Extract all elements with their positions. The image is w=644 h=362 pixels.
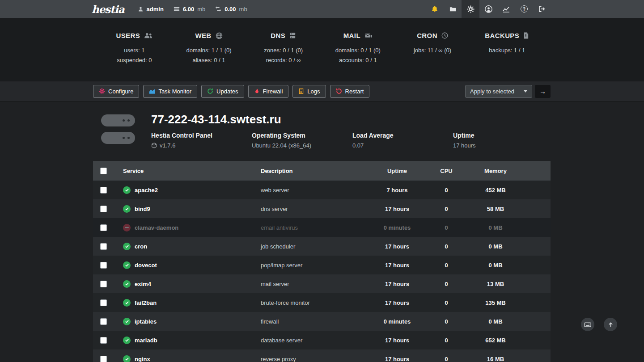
stat-mail-link[interactable]: MAIL bbox=[343, 32, 373, 39]
logout-icon[interactable] bbox=[533, 0, 551, 18]
clock-icon bbox=[441, 32, 448, 39]
service-name-link[interactable]: dovecot bbox=[135, 262, 157, 269]
table-row-fail2ban[interactable]: fail2ban brute-force monitor 17 hours 0 … bbox=[93, 293, 551, 312]
restart-button[interactable]: Restart bbox=[330, 85, 370, 98]
header-service: Service bbox=[123, 168, 261, 174]
service-name-link[interactable]: bind9 bbox=[135, 206, 150, 212]
stat-dns: DNS zones: 0 / 1 (0) records: 0 / ∞ bbox=[246, 32, 321, 81]
table-row-iptables[interactable]: iptables firewall 0 minutes 0 0 MB bbox=[93, 312, 551, 331]
scroll-to-top-button[interactable] bbox=[604, 318, 617, 331]
hestia-logo[interactable]: hestia bbox=[92, 3, 124, 15]
table-row-clamav-daemon[interactable]: clamav-daemon email antivirus 0 minutes … bbox=[93, 218, 551, 237]
service-name-link[interactable]: clamav-daemon bbox=[135, 224, 178, 231]
table-row-nginx[interactable]: nginx reverse proxy 17 hours 0 16 MB bbox=[93, 349, 551, 362]
table-row-cron[interactable]: cron job scheduler 17 hours 0 0 MB bbox=[93, 237, 551, 256]
chevron-down-icon bbox=[524, 90, 527, 93]
service-name-link[interactable]: apache2 bbox=[135, 187, 158, 194]
service-name-link[interactable]: iptables bbox=[135, 318, 157, 325]
panel-version: v1.7.6 bbox=[160, 142, 175, 149]
service-memory: 58 MB bbox=[462, 206, 529, 212]
service-name-link[interactable]: fail2ban bbox=[135, 299, 157, 306]
service-uptime: 0 minutes bbox=[364, 318, 431, 325]
row-checkbox[interactable] bbox=[100, 356, 107, 362]
service-name-link[interactable]: cron bbox=[135, 243, 147, 250]
service-name-link[interactable]: mariadb bbox=[135, 337, 157, 344]
table-row-apache2[interactable]: apache2 web server 7 hours 0 452 MB bbox=[93, 181, 551, 199]
stat-cron: CRON jobs: 11 / ∞ (0) bbox=[395, 32, 470, 81]
uptime-info: Uptime 17 hours bbox=[453, 132, 554, 149]
service-name-link[interactable]: nginx bbox=[135, 356, 150, 362]
row-checkbox[interactable] bbox=[100, 299, 107, 306]
apply-go-button[interactable]: → bbox=[535, 85, 551, 98]
topbar-disk-usage[interactable]: 6.00 mb bbox=[174, 6, 205, 13]
header-memory: Memory bbox=[462, 168, 529, 174]
stat-users: USERS users: 1 suspended: 0 bbox=[97, 32, 172, 81]
stat-backups-link[interactable]: BACKUPS bbox=[485, 32, 529, 39]
row-checkbox[interactable] bbox=[100, 243, 107, 250]
stat-users-link[interactable]: USERS bbox=[116, 32, 153, 39]
profile-user-circle-icon[interactable] bbox=[479, 0, 497, 18]
stat-users-values: users: 1 suspended: 0 bbox=[97, 46, 172, 65]
row-checkbox[interactable] bbox=[100, 187, 107, 194]
globe-icon bbox=[216, 32, 223, 39]
service-memory: 0 MB bbox=[462, 224, 529, 231]
apply-actions: Apply to selected → bbox=[465, 85, 551, 98]
row-checkbox[interactable] bbox=[100, 281, 107, 287]
service-description: mail server bbox=[261, 281, 364, 287]
firewall-button[interactable]: Firewall bbox=[248, 85, 289, 98]
topbar-user[interactable]: admin bbox=[138, 6, 164, 13]
table-row-bind9[interactable]: bind9 dns server 17 hours 0 58 MB bbox=[93, 199, 551, 218]
stat-web-link[interactable]: WEB bbox=[195, 32, 222, 39]
service-name-link[interactable]: exim4 bbox=[135, 281, 151, 287]
service-uptime: 7 hours bbox=[364, 187, 431, 194]
service-cpu: 0 bbox=[431, 318, 462, 325]
row-checkbox[interactable] bbox=[100, 318, 107, 325]
row-checkbox[interactable] bbox=[100, 262, 107, 269]
service-memory: 135 MB bbox=[462, 299, 529, 306]
table-header: Service Description Uptime CPU Memory bbox=[93, 161, 551, 181]
service-description: reverse proxy bbox=[261, 356, 364, 362]
stat-mail-values: domains: 0 / 1 (0) accounts: 0 / 1 bbox=[321, 46, 395, 65]
keyboard-shortcuts-button[interactable] bbox=[581, 318, 594, 331]
bandwidth-unit: mb bbox=[239, 6, 247, 13]
server-settings-gear-icon[interactable] bbox=[462, 0, 479, 18]
configure-button[interactable]: Configure bbox=[93, 85, 139, 98]
service-uptime: 17 hours bbox=[364, 299, 431, 306]
table-row-exim4[interactable]: exim4 mail server 17 hours 0 13 MB bbox=[93, 274, 551, 293]
running-status-icon bbox=[123, 205, 131, 213]
disk-icon bbox=[174, 6, 180, 12]
service-memory: 16 MB bbox=[462, 356, 529, 362]
service-uptime: 17 hours bbox=[364, 337, 431, 344]
apply-to-selected-dropdown[interactable]: Apply to selected bbox=[465, 85, 532, 98]
file-manager-folder-icon[interactable] bbox=[444, 0, 462, 18]
server-summary: 77-222-43-114.swtest.ru Hestia Control P… bbox=[0, 101, 644, 149]
table-row-mariadb[interactable]: mariadb database server 17 hours 0 652 M… bbox=[93, 331, 551, 349]
logs-button[interactable]: Logs bbox=[292, 85, 326, 98]
help-icon[interactable]: ? bbox=[515, 0, 533, 18]
service-memory: 13 MB bbox=[462, 281, 529, 287]
question-mark: ? bbox=[521, 5, 528, 13]
row-checkbox[interactable] bbox=[100, 337, 107, 344]
statistics-chart-icon[interactable] bbox=[497, 0, 515, 18]
notifications-bell-icon[interactable] bbox=[426, 0, 444, 18]
services-table: Service Description Uptime CPU Memory ap… bbox=[93, 161, 551, 362]
arrow-right-icon: → bbox=[539, 88, 546, 95]
service-uptime: 17 hours bbox=[364, 206, 431, 212]
topbar-bandwidth[interactable]: 0.00 mb bbox=[215, 6, 247, 13]
select-all-checkbox[interactable] bbox=[100, 168, 107, 174]
task-monitor-button[interactable]: Task Monitor bbox=[143, 85, 197, 98]
stat-dns-link[interactable]: DNS bbox=[271, 32, 296, 39]
service-description: pop/imap server bbox=[261, 262, 364, 269]
service-memory: 0 MB bbox=[462, 243, 529, 250]
stat-cron-link[interactable]: CRON bbox=[417, 32, 448, 39]
task-monitor-chart-icon bbox=[149, 88, 155, 94]
os-info: Operating System Ubuntu 22.04 (x86_64) bbox=[252, 132, 352, 149]
row-checkbox[interactable] bbox=[100, 224, 107, 231]
service-uptime: 17 hours bbox=[364, 356, 431, 362]
row-checkbox[interactable] bbox=[100, 206, 107, 212]
dns-server-icon bbox=[289, 32, 296, 39]
updates-button[interactable]: Updates bbox=[201, 85, 244, 98]
table-row-dovecot[interactable]: dovecot pop/imap server 17 hours 0 0 MB bbox=[93, 256, 551, 274]
service-cpu: 0 bbox=[431, 337, 462, 344]
os-value: Ubuntu 22.04 (x86_64) bbox=[252, 142, 311, 149]
